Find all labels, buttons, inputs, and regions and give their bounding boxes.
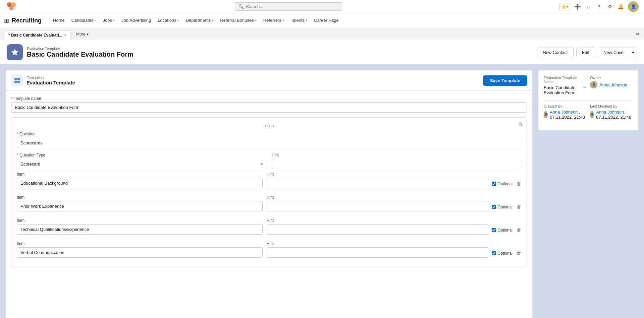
page-breadcrumb: Evaluation Template: [27, 47, 133, 51]
sidebar-created-by-row: 👤 Anna Johnson , 07.11.2022, 21:48: [544, 110, 587, 120]
nav-item-jobs[interactable]: Jobs ▾: [99, 13, 118, 28]
nav-item-job-advertising[interactable]: Job Advertising: [118, 13, 154, 28]
item-hint-input-2[interactable]: [267, 224, 489, 235]
nav-item-talents[interactable]: Talents ▾: [287, 13, 311, 28]
svg-rect-3: [14, 78, 17, 80]
item-optional-3[interactable]: Optional: [492, 251, 513, 256]
item-optional-checkbox-2[interactable]: [492, 228, 496, 232]
item-hint-input-1[interactable]: [267, 201, 489, 211]
sidebar-created-by-value[interactable]: Anna Johnson: [550, 110, 578, 115]
new-contact-button[interactable]: New Contact: [537, 48, 573, 57]
template-name-input[interactable]: [11, 102, 527, 113]
question-block: ⠿⠿⠿ 🗑 * Question * Questio: [11, 117, 527, 267]
settings-icon[interactable]: ⚙: [606, 3, 613, 10]
sidebar-last-modified-value[interactable]: Anna Johnson: [596, 110, 624, 115]
nav-item-referral-bonuses[interactable]: Referral Bonuses ▾: [217, 13, 260, 28]
tab-close-button[interactable]: ×: [64, 33, 66, 37]
question-input[interactable]: [17, 138, 521, 148]
sidebar-owner-value[interactable]: Anna Johnson: [599, 82, 627, 87]
form-panel-header: Evaluation Evaluation Template Save Temp…: [6, 70, 532, 91]
question-block-delete-button[interactable]: 🗑: [518, 122, 523, 127]
item-delete-button-0[interactable]: 🗑: [517, 181, 521, 186]
item-delete-button-1[interactable]: 🗑: [517, 204, 521, 209]
svg-point-2: [9, 6, 14, 10]
favorites-button[interactable]: ⭐ ▾: [559, 3, 570, 10]
item-row-3: Item Hint Optional 🗑: [17, 239, 521, 258]
search-input[interactable]: [246, 4, 338, 9]
star-icon: ⭐: [561, 4, 567, 9]
item-hint-label-3: Hint: [267, 241, 489, 246]
home-icon[interactable]: ⌂: [585, 3, 592, 10]
item-col-left-1: Item: [17, 195, 263, 211]
item-delete-button-2[interactable]: 🗑: [517, 227, 521, 233]
svg-rect-6: [17, 81, 20, 83]
sidebar-last-modified-row: 👤 Anna Johnson , 07.11.2022, 21:48: [590, 110, 633, 120]
sidebar-last-modified-label: Last Modified By: [590, 104, 633, 108]
edit-button[interactable]: Edit: [576, 48, 595, 57]
form-panel: Evaluation Evaluation Template Save Temp…: [5, 70, 533, 318]
item-optional-checkbox-1[interactable]: [492, 205, 496, 209]
talents-chevron-icon: ▾: [306, 18, 307, 22]
save-template-button[interactable]: Save Template: [483, 75, 527, 86]
nav-grid-icon[interactable]: ⊞: [4, 17, 9, 24]
form-section-title: Evaluation Template: [26, 80, 75, 85]
nav-item-home[interactable]: Home: [50, 13, 68, 28]
item-delete-button-3[interactable]: 🗑: [517, 250, 521, 256]
item-col-left-2: Item: [17, 218, 263, 235]
departments-chevron-icon: ▾: [212, 18, 213, 22]
more-tabs-button[interactable]: More ▾: [73, 30, 92, 39]
nav-item-job-advertising-label: Job Advertising: [121, 18, 151, 23]
nav-item-referrers[interactable]: Referrers ▾: [260, 13, 287, 28]
grid-icon: [14, 77, 20, 84]
hint-label: Hint: [272, 153, 521, 157]
item-col-left-3: Item: [17, 241, 263, 258]
notifications-icon[interactable]: 🔔: [617, 3, 624, 10]
nav-item-departments[interactable]: Departments ▾: [182, 13, 217, 28]
item-hint-label-0: Hint: [267, 172, 489, 177]
item-input-1[interactable]: [17, 201, 263, 211]
item-hint-input-3[interactable]: [267, 247, 489, 258]
new-case-button[interactable]: New Case: [598, 48, 629, 57]
item-row-2: Item Hint Optional 🗑: [17, 215, 521, 235]
new-case-dropdown-button[interactable]: ▾: [629, 48, 637, 57]
template-name-label: * Template name: [11, 96, 527, 101]
item-input-2[interactable]: [17, 224, 263, 235]
nav-item-candidates[interactable]: Candidates ▾: [68, 13, 100, 28]
question-field-group: * Question: [17, 132, 521, 148]
referral-bonuses-chevron-icon: ▾: [255, 18, 257, 22]
search-box[interactable]: 🔍: [235, 2, 342, 11]
active-tab[interactable]: * Basic Candidate Evaluati... ×: [4, 30, 71, 40]
add-icon[interactable]: ➕: [574, 3, 581, 10]
hint-input[interactable]: [272, 159, 521, 169]
form-icon: [11, 74, 23, 86]
help-icon[interactable]: ?: [596, 3, 602, 10]
nav-item-locations[interactable]: Locations ▾: [154, 13, 182, 28]
item-optional-2[interactable]: Optional: [492, 228, 513, 233]
nav-item-career-page[interactable]: Career Page: [311, 13, 342, 28]
item-optional-1[interactable]: Optional: [492, 205, 513, 209]
question-label: * Question: [17, 132, 521, 136]
tab-edit-icon[interactable]: ✏: [636, 31, 640, 37]
drag-handle[interactable]: ⠿⠿⠿: [17, 123, 521, 128]
question-type-hint-row: * Question Type Scorecard Text Rating Ye…: [17, 153, 521, 169]
locations-chevron-icon: ▾: [177, 18, 179, 22]
question-type-select[interactable]: Scorecard Text Rating Yes/No: [17, 159, 266, 169]
item-input-0[interactable]: [17, 178, 263, 188]
sidebar-owner-row: 👤 Anna Johnson: [590, 81, 633, 88]
avatar[interactable]: 👤: [628, 1, 639, 12]
referrers-chevron-icon: ▾: [282, 18, 284, 22]
item-optional-0[interactable]: Optional: [492, 182, 513, 186]
item-hint-col-2: Hint Optional: [267, 218, 513, 235]
item-hint-label-1: Hint: [267, 195, 489, 200]
nav-bar: ⊞ Recruiting Home Candidates ▾ Jobs ▾ Jo…: [0, 13, 644, 28]
tabs-bar: * Basic Candidate Evaluati... × More ▾ ✏: [0, 28, 644, 40]
item-row-1: Item Hint Optional 🗑: [17, 192, 521, 211]
item-optional-checkbox-0[interactable]: [492, 182, 496, 186]
drag-dots-icon: ⠿⠿⠿: [263, 123, 275, 128]
item-input-3[interactable]: [17, 247, 263, 258]
item-hint-input-0[interactable]: [267, 178, 489, 188]
nav-item-locations-label: Locations: [158, 18, 176, 23]
sidebar-edit-pencil-icon[interactable]: ✏: [583, 85, 587, 90]
search-icon: 🔍: [238, 4, 244, 9]
item-optional-checkbox-3[interactable]: [492, 251, 496, 255]
